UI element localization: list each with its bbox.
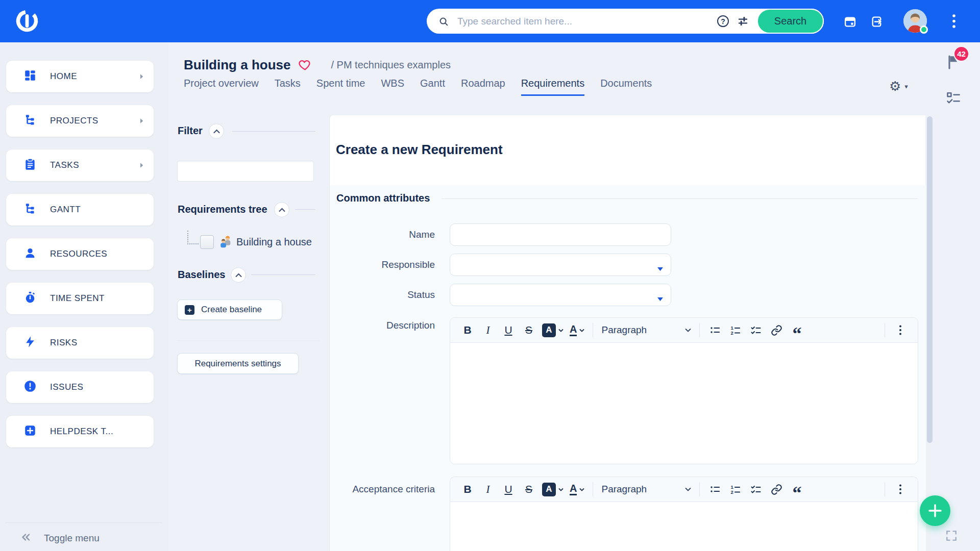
- tab-wbs[interactable]: WBS: [381, 78, 404, 96]
- tree-item-checkbox[interactable]: [200, 235, 214, 249]
- caret-down-icon: [657, 264, 663, 273]
- sidebar-item-risks[interactable]: RISKS: [6, 327, 154, 359]
- collapse-tree-icon[interactable]: [274, 202, 289, 217]
- kebab-icon[interactable]: [950, 13, 958, 30]
- tab-gantt[interactable]: Gantt: [420, 78, 445, 96]
- strikethrough-button[interactable]: S: [519, 479, 539, 499]
- sidebar-item-label: PROJECTS: [50, 116, 99, 126]
- online-status-dot: [920, 26, 928, 34]
- underline-button[interactable]: U: [498, 320, 519, 340]
- svg-text:2: 2: [731, 330, 733, 336]
- bold-button[interactable]: B: [457, 320, 478, 340]
- acceptance-criteria-editor: B I U S A A Paragraph: [450, 477, 918, 551]
- font-background-button[interactable]: A: [539, 320, 567, 340]
- blockquote-button[interactable]: “: [787, 479, 807, 499]
- responsible-select[interactable]: [450, 254, 671, 276]
- chevron-down-icon: [579, 488, 584, 491]
- numbered-list-button[interactable]: 1 2: [725, 320, 746, 340]
- filter-input[interactable]: [177, 161, 314, 182]
- sidebar-item-issues[interactable]: ISSUES: [6, 371, 154, 403]
- export-icon[interactable]: [870, 15, 884, 29]
- breadcrumb[interactable]: / PM techniques examples: [331, 59, 451, 71]
- italic-button[interactable]: I: [478, 479, 498, 499]
- link-button[interactable]: [766, 479, 787, 499]
- italic-button[interactable]: I: [478, 320, 498, 340]
- worksection-logo-icon[interactable]: [14, 8, 40, 34]
- tab-spent-time[interactable]: Spent time: [316, 78, 365, 96]
- bullet-list-button[interactable]: [705, 479, 725, 499]
- tab-project-overview[interactable]: Project overview: [184, 78, 259, 96]
- blockquote-button[interactable]: “: [787, 320, 807, 340]
- notification-badge: 42: [953, 46, 969, 62]
- stopwatch-icon: [23, 291, 37, 306]
- heart-icon[interactable]: [299, 59, 311, 71]
- tab-documents[interactable]: Documents: [600, 78, 652, 96]
- dashboard-icon: [23, 69, 37, 84]
- project-title: Building a house: [184, 57, 290, 73]
- baselines-title: Baselines: [178, 269, 225, 281]
- requirements-settings-button[interactable]: Requirements settings: [177, 353, 299, 374]
- todo-list-button[interactable]: [746, 320, 766, 340]
- font-color-button[interactable]: A: [567, 479, 587, 499]
- description-editor: B I U S A A Paragraph: [450, 317, 918, 464]
- toolbar-more-button[interactable]: [890, 320, 911, 340]
- paragraph-style-select[interactable]: Paragraph: [598, 320, 694, 340]
- bold-button[interactable]: B: [457, 479, 478, 499]
- acceptance-textarea[interactable]: [450, 502, 918, 551]
- tab-roadmap[interactable]: Roadmap: [461, 78, 505, 96]
- add-requirement-fab[interactable]: [920, 495, 950, 526]
- numbered-list-button[interactable]: 1 2: [725, 479, 746, 499]
- tree-item-building-a-house[interactable]: Building a house: [236, 236, 312, 248]
- people-icon: [218, 234, 233, 251]
- main-panel: Create a new Requirement Common attribut…: [329, 115, 925, 551]
- search-button[interactable]: Search: [757, 9, 824, 34]
- page-title: Create a new Requirement: [336, 142, 503, 158]
- sidebar-item-helpdesk[interactable]: HELPDESK T...: [6, 416, 154, 447]
- name-label: Name: [317, 229, 435, 240]
- sidebar-item-projects[interactable]: PROJECTS: [6, 105, 154, 137]
- sidebar-item-time-spent[interactable]: TIME SPENT: [6, 283, 154, 314]
- section-divider: [442, 198, 918, 199]
- sidebar-item-home[interactable]: HOME: [6, 61, 154, 92]
- tab-requirements[interactable]: Requirements: [521, 78, 585, 96]
- status-select[interactable]: [450, 284, 671, 306]
- sidebar-item-label: HOME: [50, 71, 77, 82]
- fullscreen-icon[interactable]: [945, 530, 958, 542]
- sidebar-item-gantt[interactable]: GANTT: [6, 194, 154, 226]
- search-icon: [438, 16, 449, 27]
- tab-tasks[interactable]: Tasks: [275, 78, 301, 96]
- description-toolbar: B I U S A A Paragraph: [450, 318, 918, 343]
- vertical-scrollbar[interactable]: [927, 116, 933, 443]
- calendar-icon[interactable]: [843, 15, 857, 29]
- help-icon[interactable]: ?: [717, 15, 729, 27]
- font-color-button[interactable]: A: [567, 320, 587, 340]
- underline-button[interactable]: U: [498, 479, 519, 499]
- description-textarea[interactable]: [450, 343, 918, 464]
- checklist-icon[interactable]: [946, 91, 961, 105]
- search-input[interactable]: [456, 15, 717, 28]
- link-button[interactable]: [766, 320, 787, 340]
- sidebar-item-tasks[interactable]: TASKS: [6, 149, 154, 181]
- avatar[interactable]: [903, 9, 927, 33]
- toolbar-more-button[interactable]: [890, 479, 911, 499]
- font-background-button[interactable]: A: [539, 479, 567, 499]
- chevron-right-icon: [137, 72, 145, 81]
- baselines-divider: [251, 274, 315, 275]
- tree-connector: [187, 231, 199, 244]
- chevron-down-icon: [558, 488, 564, 491]
- toggle-menu-button[interactable]: Toggle menu: [19, 531, 100, 546]
- todo-list-button[interactable]: [746, 479, 766, 499]
- paragraph-style-select[interactable]: Paragraph: [598, 479, 694, 499]
- sidebar-item-resources[interactable]: RESOURCES: [6, 238, 154, 270]
- tree-divider: [295, 209, 315, 210]
- collapse-filter-icon[interactable]: [209, 123, 224, 139]
- app-screen: ? Search: [0, 0, 980, 551]
- strikethrough-button[interactable]: S: [519, 320, 539, 340]
- collapse-baselines-icon[interactable]: [231, 267, 246, 283]
- name-field[interactable]: [450, 223, 671, 246]
- bullet-list-button[interactable]: [705, 320, 725, 340]
- tab-settings-button[interactable]: ⚙ ▾: [889, 80, 908, 93]
- create-baseline-button[interactable]: + Create baseline: [177, 299, 282, 320]
- tune-icon[interactable]: [737, 15, 749, 27]
- chevron-down-icon: [579, 329, 584, 332]
